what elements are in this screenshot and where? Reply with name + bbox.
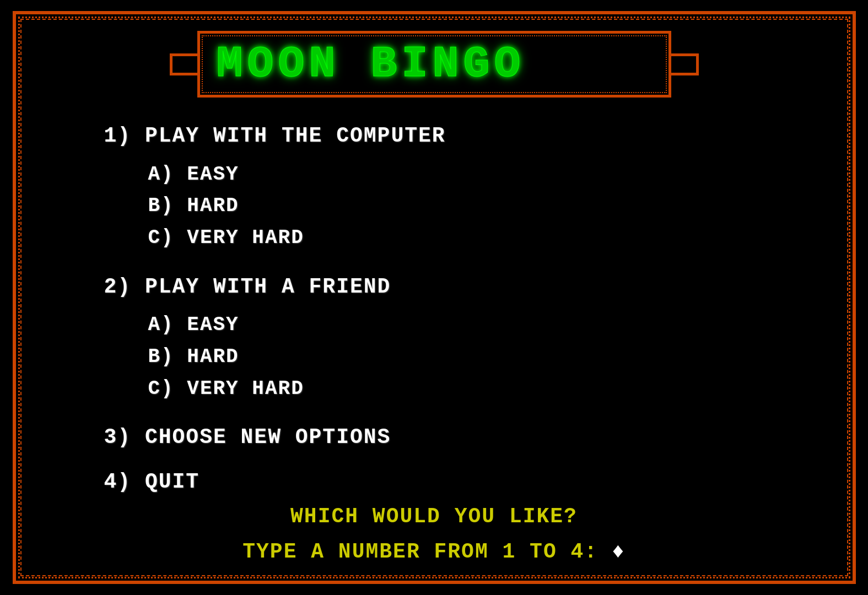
menu-option-2[interactable]: 2) PLAY WITH A FRIEND (104, 271, 853, 304)
frame-border-top (20, 19, 848, 20)
menu-option-4[interactable]: 4) QUIT (104, 466, 853, 499)
main-frame: MOON BINGO 1) PLAY WITH THE COMPUTER A) … (13, 11, 856, 584)
menu-option-1[interactable]: 1) PLAY WITH THE COMPUTER (104, 120, 853, 153)
input-cursor: ♦ (612, 534, 626, 570)
menu-option-1a[interactable]: A) EASY (104, 159, 853, 191)
title-container: MOON BINGO (197, 31, 671, 98)
frame-border-left (20, 19, 21, 576)
prompt-area: WHICH WOULD YOU LIKE? TYPE A NUMBER FROM… (16, 499, 853, 592)
game-title: MOON BINGO (217, 39, 525, 89)
menu-option-2a[interactable]: A) EASY (104, 309, 853, 341)
frame-border-right (847, 19, 848, 576)
menu-option-2c[interactable]: C) VERY HARD (104, 373, 853, 405)
title-tab-left (170, 53, 197, 75)
prompt-line-1: WHICH WOULD YOU LIKE? (16, 499, 853, 535)
menu-option-1b[interactable]: B) HARD (104, 190, 853, 222)
prompt-line-2: TYPE A NUMBER FROM 1 TO 4: ♦ (16, 534, 853, 570)
menu-content: 1) PLAY WITH THE COMPUTER A) EASY B) HAR… (16, 120, 853, 499)
menu-option-2b[interactable]: B) HARD (104, 341, 853, 373)
frame-border-bottom (20, 575, 848, 576)
title-tab-right (671, 53, 699, 75)
menu-option-1c[interactable]: C) VERY HARD (104, 222, 853, 254)
prompt-text: TYPE A NUMBER FROM 1 TO 4: (242, 540, 598, 564)
title-box: MOON BINGO (197, 31, 671, 98)
menu-option-3[interactable]: 3) CHOOSE NEW OPTIONS (104, 421, 853, 455)
